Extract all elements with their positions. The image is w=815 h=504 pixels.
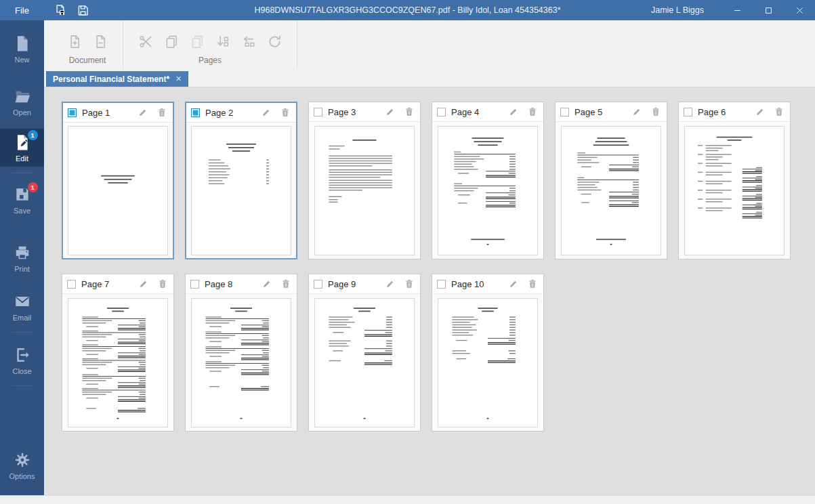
edit-page-icon[interactable] (260, 106, 272, 119)
sidebar-item-options[interactable]: Options (0, 446, 44, 484)
page-checkbox[interactable] (437, 280, 446, 289)
sidebar-item-open[interactable]: Open (0, 83, 44, 121)
page-thumbnail[interactable] (191, 126, 291, 255)
remove-page-icon[interactable] (90, 31, 110, 51)
document-tab-bar: Personal Financial Statement*✕ (46, 71, 188, 87)
page-thumbnail[interactable] (561, 126, 661, 255)
move-down-icon[interactable] (213, 31, 233, 51)
page-thumbnail[interactable] (684, 126, 785, 255)
sidebar-item-label: New (14, 56, 29, 64)
document-tab[interactable]: Personal Financial Statement*✕ (46, 71, 188, 87)
titlebar-quick-icons (52, 2, 91, 18)
page-checkbox[interactable] (67, 280, 76, 289)
page-thumbnail[interactable] (314, 298, 415, 427)
page-checkbox[interactable] (684, 108, 692, 117)
page-card[interactable]: Page 5 (555, 102, 667, 259)
page-checkbox[interactable] (191, 108, 200, 117)
page-card[interactable]: Page 7 (62, 274, 174, 432)
delete-page-icon[interactable] (279, 106, 291, 119)
page-thumbnail-area (62, 294, 173, 431)
tab-close-icon[interactable]: ✕ (175, 75, 182, 83)
edit-page-icon[interactable] (507, 106, 520, 118)
page-thumbnail[interactable] (68, 298, 168, 427)
delete-page-icon[interactable] (156, 106, 168, 119)
page-card-header: Page 5 (556, 102, 667, 122)
page-thumbnail[interactable] (438, 298, 538, 427)
sidebar-item-label: Options (9, 472, 35, 480)
sidebar-divider (12, 332, 33, 333)
sidebar-item-label: Open (13, 108, 31, 117)
file-menu[interactable]: File (0, 0, 44, 20)
cut-icon[interactable] (135, 31, 156, 51)
page-card-header: Page 9 (309, 274, 420, 294)
edit-page-icon[interactable] (137, 106, 149, 119)
page-thumbnail[interactable] (438, 126, 538, 255)
delete-page-icon[interactable] (650, 106, 662, 118)
page-label: Page 7 (81, 279, 109, 289)
minimize-button[interactable] (722, 0, 753, 20)
page-thumbnail[interactable] (68, 126, 168, 255)
move-left-icon[interactable] (238, 31, 259, 51)
sidebar-item-edit[interactable]: 1Edit (0, 129, 44, 167)
delete-page-icon[interactable] (403, 278, 415, 290)
delete-page-icon[interactable] (773, 106, 785, 118)
page-card-header: Page 7 (62, 274, 173, 294)
sidebar-item-close[interactable]: Close (0, 341, 44, 379)
sidebar-item-email[interactable]: Email (0, 288, 44, 326)
page-label: Page 2 (205, 108, 233, 118)
copy-icon[interactable] (161, 31, 182, 51)
delete-page-icon[interactable] (526, 106, 539, 118)
close-button[interactable] (784, 0, 815, 20)
edit-page-icon[interactable] (138, 278, 150, 290)
page-card-header: Page 8 (186, 274, 297, 294)
edit-page-icon[interactable] (507, 278, 520, 290)
maximize-button[interactable] (753, 0, 784, 20)
page-label: Page 8 (205, 279, 232, 289)
page-card[interactable]: Page 3 (308, 102, 421, 259)
edit-page-icon[interactable] (754, 106, 766, 118)
ribbon-group-pages: Pages (123, 20, 297, 69)
sidebar-item-save[interactable]: 1Save (0, 181, 44, 219)
paste-icon[interactable] (187, 31, 207, 51)
sidebar-item-new[interactable]: New (0, 30, 44, 68)
page-thumbnail-area (432, 294, 543, 431)
page-checkbox[interactable] (68, 108, 77, 117)
sidebar-item-print[interactable]: Print (0, 239, 44, 277)
edit-page-icon[interactable] (384, 278, 396, 290)
page-card[interactable]: Page 4 (432, 102, 544, 259)
save-as-icon[interactable] (52, 2, 68, 18)
delete-page-icon[interactable] (280, 278, 292, 290)
page-card[interactable]: Page 6 (678, 102, 791, 259)
page-checkbox[interactable] (314, 280, 322, 289)
page-thumbnail-area (309, 294, 420, 431)
page-card[interactable]: Page 1 (62, 102, 174, 259)
page-card[interactable]: Page 2 (185, 102, 297, 259)
page-checkbox[interactable] (190, 280, 199, 289)
add-page-icon[interactable] (64, 31, 85, 51)
page-checkbox[interactable] (314, 108, 322, 117)
page-card[interactable]: Page 10 (432, 274, 544, 432)
page-label: Page 9 (328, 279, 356, 289)
edit-page-icon[interactable] (384, 106, 396, 118)
ribbon-group-label: Document (69, 56, 106, 68)
page-label: Page 10 (451, 279, 484, 289)
page-checkbox[interactable] (437, 108, 446, 117)
save-icon[interactable] (75, 2, 91, 18)
page-thumbnail[interactable] (191, 298, 291, 427)
page-thumbnail[interactable] (314, 126, 415, 255)
delete-page-icon[interactable] (156, 278, 169, 290)
save-badge: 1 (28, 182, 38, 192)
page-card[interactable]: Page 8 (185, 274, 297, 432)
rotate-icon[interactable] (264, 31, 285, 51)
sidebar-item-label: Email (13, 314, 32, 322)
delete-page-icon[interactable] (403, 106, 415, 118)
edit-page-icon[interactable] (631, 106, 643, 118)
edit-page-icon[interactable] (261, 278, 273, 290)
page-card-header: Page 3 (309, 102, 420, 122)
page-card[interactable]: Page 9 (308, 274, 421, 432)
page-card-header: Page 4 (432, 102, 543, 122)
sidebar-divider (12, 173, 33, 173)
page-checkbox[interactable] (560, 108, 569, 117)
delete-page-icon[interactable] (526, 278, 539, 290)
page-thumbnail-area (186, 123, 296, 258)
